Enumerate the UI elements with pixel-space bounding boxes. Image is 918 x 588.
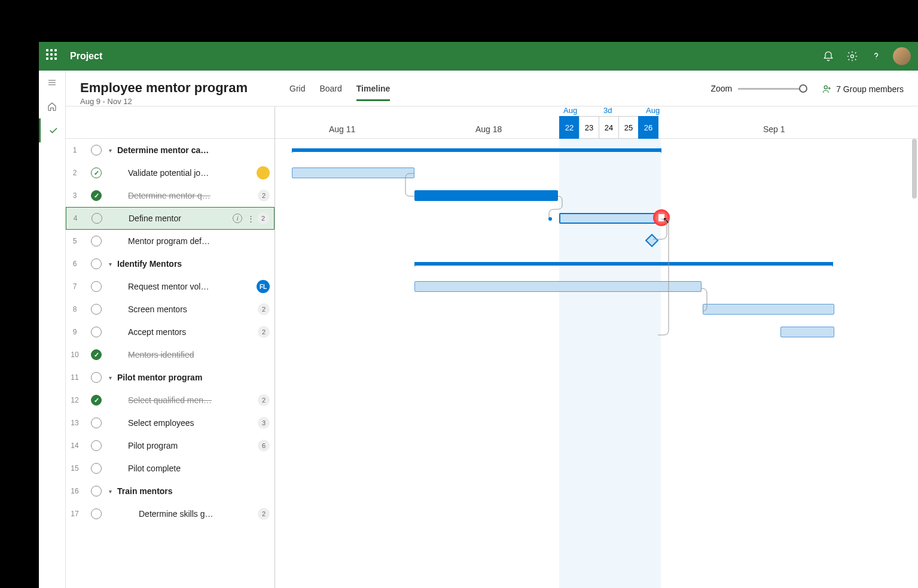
task-number: 1: [66, 146, 84, 154]
task-row[interactable]: 3Determine mentor q…2: [66, 184, 275, 207]
timeline-body[interactable]: ↖: [275, 139, 918, 588]
task-row[interactable]: 14Pilot program6: [66, 434, 275, 457]
help-icon[interactable]: [864, 44, 888, 68]
task-name: Train mentors: [117, 486, 270, 496]
user-avatar[interactable]: [893, 47, 911, 65]
gantt-bar[interactable]: [292, 148, 661, 152]
info-icon[interactable]: i: [233, 214, 242, 223]
task-row[interactable]: 7Request mentor vol…FL: [66, 275, 275, 298]
date-cell[interactable]: 26: [638, 116, 658, 139]
tab-board[interactable]: Board: [319, 84, 341, 101]
hamburger-icon[interactable]: [39, 71, 65, 95]
task-row[interactable]: 4Define mentori⋮2: [66, 207, 275, 230]
project-title: Employee mentor program: [80, 80, 289, 96]
task-number: 5: [66, 237, 84, 245]
task-checkbox[interactable]: [91, 327, 102, 337]
gantt-bar[interactable]: [414, 190, 558, 201]
date-cell[interactable]: 23: [579, 116, 599, 139]
gantt-row: [275, 502, 918, 525]
task-checkbox[interactable]: [91, 190, 102, 201]
group-members-button[interactable]: 7 Group members: [822, 84, 904, 95]
chevron-down-icon[interactable]: ▾: [109, 147, 117, 154]
gantt-bar[interactable]: [559, 213, 661, 224]
task-row[interactable]: 8Screen mentors2: [66, 298, 275, 321]
chevron-down-icon[interactable]: ▾: [109, 261, 117, 267]
task-row[interactable]: 1▾Determine mentor ca…: [66, 139, 275, 162]
task-checkbox[interactable]: [91, 486, 102, 496]
app-name: Project: [70, 51, 816, 62]
task-row[interactable]: 17Determine skills g…2: [66, 502, 275, 525]
vertical-scrollbar[interactable]: [912, 139, 917, 199]
task-name: Accept mentors: [117, 327, 255, 337]
tab-grid[interactable]: Grid: [289, 84, 305, 101]
task-checkbox[interactable]: [91, 463, 102, 474]
task-count-badge: 2: [258, 303, 270, 315]
task-checkbox[interactable]: [91, 418, 102, 428]
waffle-icon[interactable]: [46, 49, 60, 63]
task-row[interactable]: 9Accept mentors2: [66, 321, 275, 343]
task-checkbox[interactable]: [91, 508, 102, 519]
gantt-bar[interactable]: [414, 281, 702, 292]
date-cell[interactable]: 25: [618, 116, 639, 139]
assignee-avatar[interactable]: [257, 166, 270, 179]
zoom-slider[interactable]: [738, 88, 804, 90]
task-checkbox[interactable]: [91, 258, 102, 269]
date-cell[interactable]: 22: [559, 116, 580, 139]
timeline-date-label: Aug 18: [475, 124, 502, 134]
gantt-bar[interactable]: [292, 167, 414, 178]
assignee-avatar[interactable]: FL: [257, 280, 270, 293]
task-name: Identify Mentors: [117, 259, 270, 269]
task-number: 12: [66, 396, 84, 404]
more-icon[interactable]: ⋮: [247, 214, 255, 223]
zoom-control: Zoom: [710, 84, 804, 93]
task-count-badge: 6: [258, 440, 270, 452]
tab-timeline[interactable]: Timeline: [356, 84, 391, 101]
main-split: 1▾Determine mentor ca…2Validate potentia…: [66, 106, 918, 588]
task-checkbox[interactable]: [91, 349, 102, 360]
gear-icon[interactable]: [840, 44, 864, 68]
date-cell[interactable]: 24: [599, 116, 619, 139]
home-icon[interactable]: [39, 95, 65, 118]
task-row[interactable]: 16▾Train mentors: [66, 480, 275, 502]
timeline-area: Aug 11Aug 18Sep 1 2223242526 Aug 3d Aug …: [275, 106, 918, 588]
task-row[interactable]: 12Select qualified men…2: [66, 389, 275, 412]
gantt-row: [275, 389, 918, 412]
task-name: Determine mentor q…: [117, 191, 255, 200]
gantt-row: [275, 230, 918, 252]
milestone-marker[interactable]: [645, 234, 659, 248]
task-checkbox[interactable]: [91, 145, 102, 156]
gantt-row: [275, 298, 918, 321]
task-checkbox[interactable]: [91, 395, 102, 406]
svg-point-1: [824, 86, 827, 89]
chevron-down-icon[interactable]: ▾: [109, 488, 117, 495]
task-name: Determine skills g…: [117, 509, 255, 519]
task-row[interactable]: 13Select employees3: [66, 412, 275, 434]
chevron-down-icon[interactable]: ▾: [109, 374, 117, 381]
gantt-bar[interactable]: [780, 327, 834, 337]
task-checkbox[interactable]: [91, 304, 102, 315]
task-count-badge: 2: [258, 190, 270, 202]
task-row[interactable]: 2Validate potential jo…: [66, 162, 275, 184]
task-row[interactable]: 11▾Pilot mentor program: [66, 366, 275, 389]
gantt-row: [275, 321, 918, 343]
gantt-bar[interactable]: [703, 304, 834, 315]
task-checkbox[interactable]: [91, 167, 102, 178]
gantt-row: [275, 184, 918, 207]
task-number: 15: [66, 464, 84, 473]
checkmark-nav-icon[interactable]: [39, 118, 65, 142]
bell-icon[interactable]: [816, 44, 840, 68]
gantt-row: [275, 162, 918, 184]
task-checkbox[interactable]: [91, 372, 102, 383]
task-row[interactable]: 10Mentors identified: [66, 343, 275, 366]
task-row[interactable]: 6▾Identify Mentors: [66, 252, 275, 275]
task-row[interactable]: 5Mentor program def…: [66, 230, 275, 252]
task-checkbox[interactable]: [91, 440, 102, 451]
task-checkbox[interactable]: [91, 281, 102, 292]
task-name: Request mentor vol…: [117, 282, 254, 291]
task-checkbox[interactable]: [91, 236, 102, 246]
timeline-date-label: Aug 11: [329, 124, 355, 134]
task-checkbox[interactable]: [92, 213, 102, 224]
task-row[interactable]: 15Pilot complete: [66, 457, 275, 480]
gantt-bar[interactable]: [414, 262, 833, 266]
task-number: 17: [66, 510, 84, 518]
